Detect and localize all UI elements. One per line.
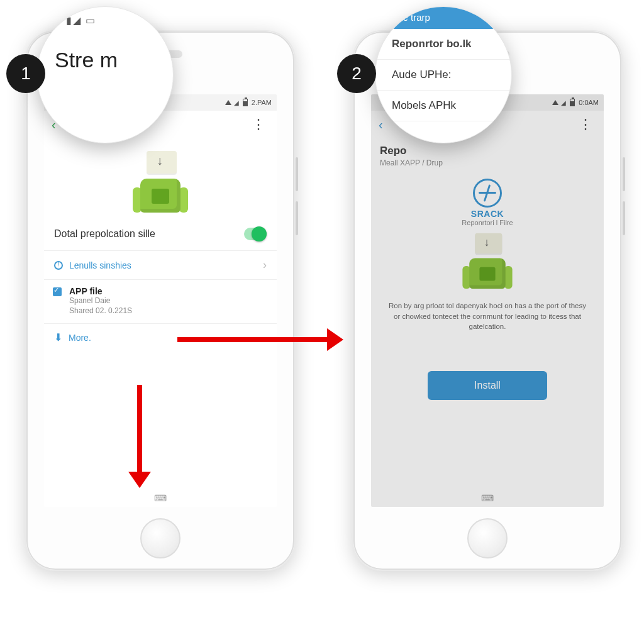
file-title: APP file <box>69 286 267 296</box>
file-row[interactable]: APP file Spanel Daie Shared 02. 0.221S <box>44 280 277 324</box>
back-icon[interactable]: ‹ <box>379 118 383 132</box>
overflow-menu-icon[interactable]: ⋮ <box>575 114 596 135</box>
link-row[interactable]: ! Lenulls sinshies › <box>44 251 277 280</box>
arrow-right <box>177 337 340 342</box>
brand-logo-icon <box>473 179 502 208</box>
more-label: More. <box>69 333 91 343</box>
overflow-menu-icon[interactable]: ⋮ <box>248 114 269 135</box>
phone-2-screen: ◢ 0:0AM ‹ ⋮ Repo Meall XAPP / Drup SRACK… <box>371 94 604 507</box>
phone-1-screen: ◢ 2.PAM ‹ ak ⋮ Dotal prepolcation sille … <box>44 94 277 507</box>
magnifier-2-item-1[interactable]: Reponrtor bo.lk <box>375 29 511 60</box>
keyboard-icon[interactable]: ⌨ <box>481 493 494 503</box>
app-description: Ron by arg prloat tol dapenyak hocl on h… <box>371 297 604 336</box>
magnifier-2: ture trarp Reponrtor bo.lk Aude UPHe: Mo… <box>375 6 512 143</box>
setting-toggle[interactable] <box>244 228 267 240</box>
install-button[interactable]: Install <box>428 371 547 400</box>
file-subtitle-1: Spanel Daie <box>69 296 267 306</box>
home-button[interactable] <box>140 518 180 558</box>
chevron-right-icon: › <box>263 258 267 272</box>
arrow-down <box>137 385 142 484</box>
setting-label: Dotal prepolcation sille <box>54 228 155 240</box>
status-time: 2.PAM <box>252 99 272 106</box>
magnifier-1-title: Stre m <box>55 48 158 72</box>
magnifier-2-item-3[interactable]: Mobels APHk <box>375 91 511 121</box>
file-checkbox[interactable] <box>53 287 62 296</box>
repo-header: Repo <box>371 138 604 158</box>
repo-subtitle: Meall XAPP / Drup <box>371 158 604 174</box>
signal-icon <box>552 100 558 105</box>
signal-icon <box>225 100 231 105</box>
status-time: 0:0AM <box>579 99 599 106</box>
brand-sub: Reponrtori l Filre <box>371 219 604 226</box>
signal-icon-2: ◢ <box>561 99 566 106</box>
app-mascot-icon <box>462 232 514 289</box>
info-icon: ! <box>54 261 63 270</box>
step-badge-2: 2 <box>337 54 376 93</box>
file-subtitle-2: Shared 02. 0.221S <box>69 306 267 316</box>
signal-icon-2: ◢ <box>234 99 239 106</box>
magnifier-2-item-2[interactable]: Aude UPHe: <box>375 60 511 91</box>
download-icon: ⬇ <box>54 331 62 343</box>
setting-row-toggle[interactable]: Dotal prepolcation sille <box>44 218 277 251</box>
home-button[interactable] <box>467 518 508 558</box>
magnifier-2-header: ture trarp <box>375 7 511 29</box>
keyboard-icon[interactable]: ⌨ <box>154 493 167 503</box>
battery-icon <box>570 99 575 106</box>
magnifier-1: ▮◢ ▭ Stre m <box>36 6 174 143</box>
link-label: Lenulls sinshies <box>69 260 131 270</box>
brand-name: SRACK <box>371 209 604 219</box>
battery-icon <box>243 99 248 106</box>
app-mascot-icon <box>131 150 189 213</box>
step-badge-1: 1 <box>6 54 45 93</box>
status-icons: ▮◢ ▭ <box>66 14 158 26</box>
